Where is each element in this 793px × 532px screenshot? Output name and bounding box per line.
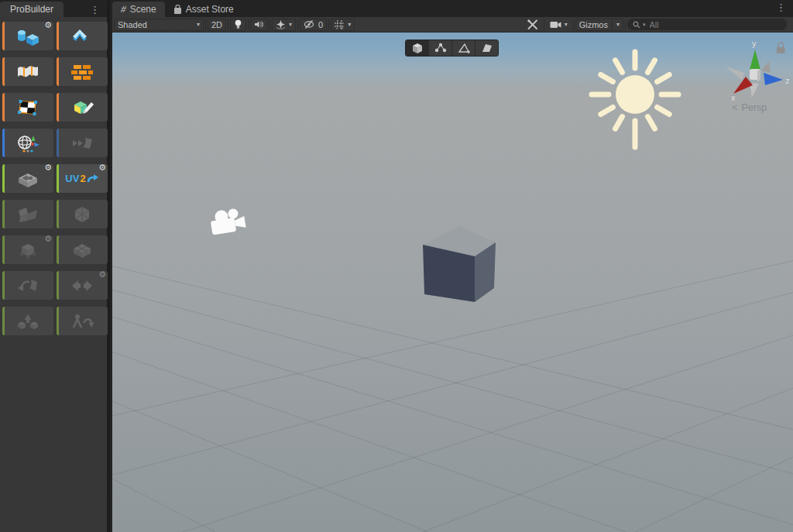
scene-effects-dropdown[interactable]: ▾	[272, 19, 296, 31]
camera-icon	[550, 21, 561, 29]
new-shape-button[interactable]: ⚙	[2, 22, 53, 50]
tab-scene[interactable]: # Scene	[112, 2, 165, 17]
search-input[interactable]	[648, 19, 781, 30]
tab-probuilder[interactable]: ProBuilder	[0, 2, 64, 17]
chevron-down-icon: ▾	[289, 21, 292, 28]
category-strip	[2, 307, 5, 335]
smoothing-button[interactable]	[2, 57, 53, 86]
uv2-arrow-icon	[87, 173, 99, 184]
center-pivot-button[interactable]: ⚙	[2, 235, 53, 264]
axis-z-label: z	[785, 76, 790, 85]
subdivide-object-button[interactable]	[57, 235, 108, 264]
scene-search-field[interactable]: ▾	[627, 19, 787, 30]
material-editor-icon	[70, 62, 94, 82]
category-strip	[57, 235, 59, 264]
center-pivot-icon	[15, 240, 40, 260]
lock-icon[interactable]	[777, 43, 785, 53]
handle-alignment-button[interactable]	[2, 129, 53, 157]
category-strip	[2, 271, 5, 300]
probuilderize-icon	[15, 169, 40, 189]
chevron-down-icon: ▾	[348, 21, 351, 28]
category-strip	[57, 307, 59, 335]
dock-menu-icon[interactable]: ⋮	[776, 2, 793, 15]
effects-icon	[276, 20, 286, 29]
object-mode-button[interactable]	[406, 40, 429, 56]
vertex-colors-button[interactable]	[57, 93, 108, 122]
triangulate-button[interactable]	[57, 200, 108, 228]
conform-normals-icon	[15, 204, 40, 225]
face-mode-button[interactable]	[475, 40, 498, 56]
2d-label: 2D	[211, 20, 222, 29]
gizmos-dropdown[interactable]: Gizmos ▾	[575, 19, 623, 31]
options-gear-icon[interactable]: ⚙	[44, 163, 52, 172]
draw-mode-dropdown[interactable]: Shaded ▾	[114, 19, 204, 31]
options-gear-icon[interactable]: ⚙	[44, 20, 52, 29]
vertex-mode-button[interactable]	[429, 40, 452, 56]
grow-selection-button[interactable]	[57, 129, 108, 157]
asset-store-tab-label: Asset Store	[186, 4, 234, 15]
scene-camera-dropdown[interactable]: ▾	[546, 19, 572, 31]
shopping-bag-icon	[173, 5, 182, 15]
tab-asset-store[interactable]: Asset Store	[165, 2, 242, 17]
uv-editor-icon	[15, 98, 40, 118]
freeze-transform-icon	[70, 311, 94, 331]
category-strip	[57, 200, 59, 228]
directional-light-icon	[592, 52, 678, 147]
material-editor-button[interactable]	[57, 57, 108, 86]
panel-menu-icon[interactable]: ⋮	[90, 5, 107, 17]
new-poly-shape-button[interactable]	[57, 22, 108, 50]
scene-lighting-button[interactable]	[230, 19, 246, 31]
handle-alignment-icon	[15, 133, 40, 153]
options-gear-icon[interactable]: ⚙	[98, 163, 106, 172]
freeze-transform-button[interactable]	[57, 307, 108, 335]
conform-normals-button[interactable]	[2, 200, 53, 228]
axis-y-label: y	[752, 39, 757, 48]
scene-grid-dropdown[interactable]: y ▾	[331, 19, 355, 31]
subdivide-object-icon	[70, 240, 94, 260]
vertex-mode-icon	[434, 43, 448, 53]
probuilder-panel: ProBuilder ⋮ ⚙	[0, 0, 110, 532]
unity-editor: ProBuilder ⋮ ⚙	[0, 0, 793, 532]
new-shape-icon	[15, 26, 40, 46]
axis-z-cone	[764, 73, 783, 85]
triangulate-icon	[70, 204, 94, 225]
edge-mode-button[interactable]	[452, 40, 475, 56]
mirror-objects-button[interactable]: ⚙	[57, 271, 108, 300]
options-gear-icon[interactable]: ⚙	[44, 234, 52, 243]
uv-editor-button[interactable]	[2, 93, 53, 122]
probuilder-toolbar-grid: ⚙	[0, 17, 107, 335]
scene-audio-button[interactable]	[250, 19, 268, 31]
search-icon	[633, 21, 640, 29]
flip-normals-button[interactable]	[2, 271, 53, 300]
options-gear-icon[interactable]: ⚙	[98, 269, 106, 279]
cube-object	[423, 226, 496, 302]
category-strip	[57, 129, 59, 157]
uv2-text-uv: UV	[65, 173, 79, 184]
lightmap-uvs-button[interactable]: UV 2 ⚙	[57, 164, 108, 193]
chevron-down-icon: ▾	[565, 21, 568, 28]
probuilderize-button[interactable]: ⚙	[2, 164, 53, 193]
merge-objects-icon	[15, 311, 40, 331]
new-poly-shape-icon	[70, 26, 94, 46]
ground-grid	[112, 81, 793, 532]
category-strip	[2, 164, 5, 193]
axis-x-cone	[733, 77, 753, 94]
category-strip	[2, 22, 5, 50]
scene-visibility-button[interactable]: 0	[300, 19, 327, 31]
category-strip	[2, 129, 5, 157]
mirror-objects-icon	[70, 276, 94, 296]
draw-mode-label: Shaded	[118, 20, 147, 29]
eye-hidden-icon	[304, 20, 315, 29]
merge-objects-button[interactable]	[2, 307, 53, 335]
scene-viewport[interactable]: y z x < Persp	[112, 33, 793, 532]
scene-tab-label: Scene	[130, 4, 156, 15]
camera-gizmo-icon	[211, 209, 246, 235]
probuilder-tabbar: ProBuilder ⋮	[0, 0, 107, 17]
category-strip	[2, 93, 5, 122]
category-strip	[57, 57, 59, 86]
scene-grid-icon: #	[120, 4, 128, 15]
component-tools-button[interactable]	[524, 19, 542, 31]
projection-toggle[interactable]: < Persp	[732, 101, 767, 113]
face-mode-icon	[480, 43, 494, 53]
toggle-2d-button[interactable]: 2D	[208, 19, 226, 31]
